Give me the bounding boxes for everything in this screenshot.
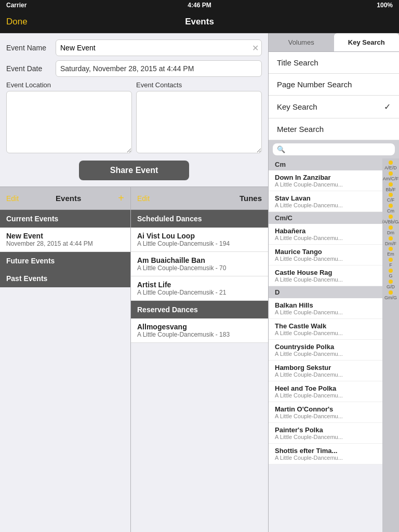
key-item-title: Castle House Rag	[275, 269, 376, 276]
page-number-search-item[interactable]: Page Number Search	[269, 74, 399, 96]
key-item[interactable]: Martin O'Connor's A Little Couple-Dancem…	[269, 402, 382, 423]
list-item[interactable]: Allmogesvang A Little Couple-Dancemusik …	[131, 318, 268, 343]
clear-event-name-button[interactable]: ✕	[252, 43, 259, 53]
contacts-col: Event Contacts	[136, 81, 262, 155]
side-key-dot-cf[interactable]	[389, 193, 393, 197]
side-key-label-cf[interactable]: C/F	[387, 197, 395, 203]
event-name-wrapper: ✕	[56, 39, 262, 56]
key-search-item[interactable]: Key Search ✓	[269, 96, 399, 118]
key-group-d-header: D	[269, 286, 382, 298]
side-key-label-aed[interactable]: A/E/D	[384, 165, 397, 171]
events-list-title: Events	[56, 194, 81, 203]
side-key-label-em[interactable]: Em	[387, 251, 394, 257]
key-item-title: Down In Zanzibar	[275, 174, 376, 181]
events-edit-button[interactable]: Edit	[6, 194, 19, 203]
list-item-title: New Event	[6, 232, 124, 240]
segmented-control: Volumes Key Search	[269, 33, 399, 52]
event-location-input[interactable]	[6, 91, 132, 153]
key-item[interactable]: Habañera A Little Couple-Dancemu...	[269, 224, 382, 245]
key-item[interactable]: Countryside Polka A Little Couple-Dancem…	[269, 340, 382, 361]
event-name-input[interactable]	[56, 39, 262, 56]
past-events-section: Past Events	[0, 270, 130, 287]
side-key-label-cm[interactable]: Cm	[387, 208, 394, 214]
events-add-button[interactable]: +	[118, 192, 124, 204]
list-item[interactable]: New Event November 28, 2015 at 4:44 PM	[0, 228, 130, 252]
key-item-subtitle: A Little Couple-Dancemu...	[275, 413, 376, 419]
list-item-title: Am Buaichaille Ban	[137, 256, 262, 264]
time-label: 4:46 PM	[188, 2, 211, 9]
list-item-title: Artist Life	[137, 281, 262, 289]
scheduled-dances-label: Scheduled Dances	[137, 215, 202, 223]
key-item[interactable]: Painter's Polka A Little Couple-Dancemu.…	[269, 423, 382, 444]
side-key-dot-g[interactable]	[389, 269, 393, 273]
title-search-item[interactable]: Title Search	[269, 52, 399, 74]
list-item[interactable]: Am Buaichaille Ban A Little Couple-Dance…	[131, 252, 268, 276]
list-item-subtitle: A Little Couple-Dancemusik - 70	[137, 264, 262, 272]
list-item-subtitle: A Little Couple-Dancemusik - 183	[137, 331, 262, 338]
list-item[interactable]: Ai Vist Lou Loop A Little Couple-Dancemu…	[131, 228, 268, 252]
key-item[interactable]: Down In Zanzibar A Little Couple-Dancemu…	[269, 170, 382, 191]
event-date-value[interactable]: Saturday, November 28, 2015 at 4:44 PM	[56, 60, 262, 77]
side-key-label-dabbgf[interactable]: D/A/Bb/G/F	[382, 219, 399, 225]
side-key-dot-dm[interactable]	[389, 225, 393, 230]
reserved-dances-section: Reserved Dances	[131, 301, 268, 318]
side-key-dot-bbf[interactable]	[389, 182, 393, 187]
side-key-label-dmf[interactable]: Dm/F	[385, 241, 396, 247]
key-item-subtitle: A Little Couple-Dancemu...	[275, 276, 376, 283]
key-item[interactable]: Shottis efter Tima... A Little Couple-Da…	[269, 444, 382, 464]
side-key-label-bbf[interactable]: Bb/F	[385, 187, 395, 193]
share-event-button[interactable]: Share Event	[79, 161, 189, 180]
left-panel: Event Name ✕ Event Date Saturday, Novemb…	[0, 33, 268, 532]
list-item[interactable]: Artist Life A Little Couple-Dancemusik -…	[131, 276, 268, 301]
search-input[interactable]	[288, 145, 391, 153]
bottom-split: Edit Events + Current Events New Event N…	[0, 187, 268, 532]
search-icon: 🔍	[277, 145, 285, 153]
location-contacts-row: Event Location Event Contacts	[6, 81, 262, 155]
side-key-dot-aed[interactable]	[389, 161, 393, 165]
list-item-title: Allmogesvang	[137, 323, 262, 331]
key-item[interactable]: Castle House Rag A Little Couple-Dancemu…	[269, 265, 382, 286]
meter-search-item[interactable]: Meter Search	[269, 118, 399, 140]
event-name-label: Event Name	[6, 44, 56, 52]
side-key-dot-amcf[interactable]	[389, 171, 393, 176]
current-events-section: Current Events	[0, 210, 130, 228]
form-area: Event Name ✕ Event Date Saturday, Novemb…	[0, 33, 268, 187]
future-events-label: Future Events	[6, 257, 55, 265]
side-key-label-g[interactable]: G	[389, 273, 392, 279]
nav-bar: Done Events	[0, 10, 399, 33]
tunes-scroll-area: Scheduled Dances Ai Vist Lou Loop A Litt…	[131, 210, 268, 532]
key-item[interactable]: Stav Lavan A Little Couple-Dancemu...	[269, 191, 382, 212]
key-item[interactable]: Heel and Toe Polka A Little Couple-Dance…	[269, 381, 382, 402]
key-item[interactable]: The Castle Walk A Little Couple-Dancemu.…	[269, 319, 382, 340]
key-item-subtitle: A Little Couple-Dancemu...	[275, 434, 376, 440]
side-key-dot-gmg[interactable]	[389, 290, 393, 295]
side-key-dot-dmf[interactable]	[389, 236, 393, 241]
done-button[interactable]: Done	[6, 17, 28, 27]
key-item[interactable]: Hamborg Sekstur A Little Couple-Dancemu.…	[269, 361, 382, 381]
key-search-tab[interactable]: Key Search	[334, 33, 400, 51]
key-list: Cm Down In Zanzibar A Little Couple-Danc…	[269, 158, 382, 532]
key-item-title: Maurice Tango	[275, 248, 376, 256]
tunes-list-header: Edit Tunes	[131, 187, 268, 210]
current-events-label: Current Events	[6, 215, 58, 223]
key-item-subtitle: A Little Couple-Dancemu...	[275, 455, 376, 461]
side-key-dot-cm[interactable]	[389, 204, 393, 208]
key-item[interactable]: Balkan Hills A Little Couple-Dancemu...	[269, 298, 382, 319]
tunes-edit-button[interactable]: Edit	[137, 194, 150, 203]
key-item-title: Martin O'Connor's	[275, 405, 376, 413]
side-key-dot-em[interactable]	[389, 247, 393, 251]
side-key-dot-f[interactable]	[389, 258, 393, 262]
volumes-tab[interactable]: Volumes	[269, 33, 334, 51]
events-scroll-area: Current Events New Event November 28, 20…	[0, 210, 130, 532]
key-group-cm-header: Cm	[269, 158, 382, 170]
side-key-label-gmg[interactable]: Gm/G	[384, 295, 397, 301]
events-list: Edit Events + Current Events New Event N…	[0, 187, 131, 532]
side-key-label-dm[interactable]: Dm	[387, 230, 394, 236]
key-item[interactable]: Maurice Tango A Little Couple-Dancemu...	[269, 245, 382, 265]
side-key-label-f[interactable]: F	[389, 262, 392, 268]
side-key-dot-gd[interactable]	[389, 280, 393, 284]
event-contacts-input[interactable]	[136, 91, 262, 153]
side-key-label-amcf[interactable]: Am/C/F	[383, 176, 399, 182]
side-key-label-gd[interactable]: G/D	[387, 284, 395, 290]
side-key-dot-dabbgf[interactable]	[389, 215, 393, 219]
